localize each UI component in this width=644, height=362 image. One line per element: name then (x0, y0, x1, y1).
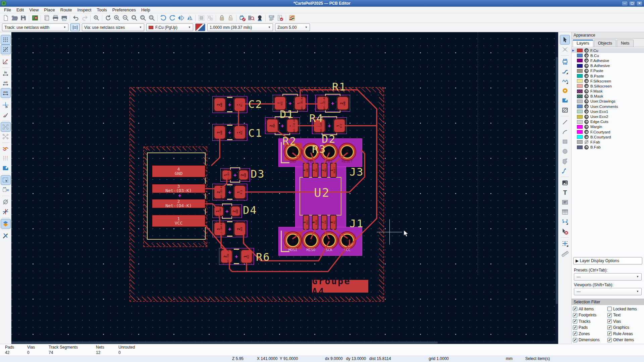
place-via-button[interactable] (560, 86, 570, 95)
eye-icon[interactable] (584, 58, 589, 63)
grid-origin-button[interactable] (560, 239, 570, 248)
vertical-scrollbar[interactable] (555, 32, 558, 341)
layer-color-swatch[interactable] (577, 84, 583, 88)
hide-vias-button[interactable] (1, 197, 10, 206)
new-board-button[interactable] (1, 14, 10, 22)
eye-icon[interactable] (584, 84, 589, 88)
zoom-selection-button[interactable] (139, 14, 147, 22)
crosshair-shape-button[interactable] (1, 101, 10, 110)
layer-color-swatch[interactable] (577, 100, 583, 103)
checkbox[interactable]: ✓ (607, 331, 612, 336)
layers-manager-toggle-button[interactable] (1, 219, 10, 228)
ref-label-r2[interactable]: R2 (282, 135, 297, 147)
layer-color-swatch[interactable] (577, 89, 583, 93)
checkbox[interactable]: ✓ (607, 319, 612, 323)
filter-zones[interactable]: ✓Zones (573, 331, 607, 336)
show-ratsnest-button[interactable] (1, 122, 10, 131)
layer-row-f.mask[interactable]: F.Mask (572, 89, 644, 94)
layer-color-swatch[interactable] (577, 135, 583, 139)
checkbox[interactable]: ✓ (573, 338, 577, 342)
units-mm-button[interactable]: mm (1, 88, 10, 98)
route-diff-pair-button[interactable] (560, 76, 570, 85)
eye-icon[interactable] (584, 48, 589, 53)
draw-circle-button[interactable] (560, 147, 570, 156)
layer-color-swatch[interactable] (577, 115, 583, 119)
menu-tools[interactable]: Tools (94, 7, 109, 13)
layer-row-user.eco1[interactable]: User.Eco1 (572, 109, 644, 114)
checkbox[interactable]: ✓ (573, 325, 577, 330)
eye-icon[interactable] (584, 120, 589, 124)
layer-row-f.courtyard[interactable]: F.Courtyard (572, 129, 644, 134)
layer-row-f.paste[interactable]: F.Paste (572, 68, 644, 73)
footprint-editor-button[interactable] (238, 14, 247, 22)
filter-rule-areas[interactable]: ✓Rule Areas (607, 331, 643, 336)
pad-r6-2[interactable]: 2Net-(D4-K) (220, 249, 232, 263)
eye-icon[interactable] (584, 74, 589, 78)
eye-icon[interactable] (584, 69, 589, 73)
zone-display-filled-button[interactable] (1, 164, 10, 173)
save-button[interactable] (19, 14, 28, 22)
rule-area-button[interactable] (560, 106, 570, 115)
u2-pad-3[interactable]: 3PB4 (312, 163, 318, 178)
eye-icon[interactable] (584, 89, 589, 94)
plot-button[interactable] (60, 14, 68, 22)
pad-c1-2[interactable]: 2GND (214, 125, 226, 139)
layer-color-swatch[interactable] (577, 64, 583, 68)
zoom-fit-button[interactable] (130, 14, 139, 22)
print-button[interactable] (51, 14, 60, 22)
checkbox[interactable]: ✓ (573, 319, 577, 323)
menu-place[interactable]: Place (41, 7, 58, 13)
find-button[interactable]: A (92, 14, 101, 22)
units-mils-button[interactable]: mil (1, 79, 10, 88)
menu-edit[interactable]: Edit (14, 7, 26, 13)
horizontal-scrollbar[interactable] (11, 341, 558, 344)
preferences-tools-button[interactable] (1, 231, 10, 240)
filter-dimensions[interactable]: ✓Dimensions (573, 338, 607, 342)
ref-label-r4[interactable]: R4 (309, 112, 324, 125)
u2-pad-7[interactable]: 7SCK (321, 215, 327, 230)
place-footprint-button[interactable] (560, 57, 570, 66)
highlight-nets-button[interactable] (1, 144, 10, 153)
curved-ratsnest-button[interactable] (1, 132, 10, 141)
pad-r5-2[interactable]: 2SCK (234, 222, 246, 236)
pad-r2-2[interactable]: 2Net-(D3-K) (214, 185, 226, 199)
layer-row-edge.cuts[interactable]: Edge.Cuts (572, 119, 644, 124)
board-setup-button[interactable] (31, 14, 39, 22)
draw-bezier-button[interactable] (560, 166, 570, 175)
grid-size-select[interactable]: 1.0000 mm (39.37 mils) ▼ (207, 23, 273, 31)
footprint-library-button[interactable] (247, 14, 255, 22)
layer-color-swatch[interactable] (577, 110, 583, 113)
battery-pad-3[interactable]: 3Net-(D3-K) (152, 184, 206, 193)
layer-color-swatch[interactable] (577, 130, 583, 134)
selection-box-button[interactable] (1, 176, 10, 185)
viewports-select[interactable]: --- ▼ (574, 288, 642, 295)
layer-color-swatch[interactable] (577, 49, 583, 52)
eye-icon[interactable] (584, 94, 589, 99)
table-button[interactable] (560, 207, 570, 217)
auto-track-width-button[interactable] (70, 23, 80, 31)
refresh-button[interactable] (104, 14, 112, 22)
ref-label-c2[interactable]: C2 (248, 98, 263, 111)
pad-j1-4[interactable]: 4 (340, 234, 354, 247)
via-size-select[interactable]: Via: use netclass sizes ▼ (82, 23, 144, 31)
pad-r1-1[interactable]: 1Net-(D1-K) (317, 96, 329, 110)
unlock-button[interactable] (226, 14, 235, 22)
footprint-r6[interactable]: 2Net-(D4-K)1VCC+ (219, 248, 254, 265)
pad-r2-1[interactable]: 1PB3 (234, 185, 246, 199)
layer-color-swatch[interactable] (577, 105, 583, 108)
layer-row-f.silkscreen[interactable]: F.Silkscreen (572, 78, 644, 83)
u2-pad-8[interactable]: 8VCC (330, 215, 336, 230)
pad-d4-2[interactable]: 2GND (230, 206, 240, 217)
eye-icon[interactable] (584, 115, 589, 119)
ref-label-r3[interactable]: R3 (312, 143, 326, 156)
units-inches-button[interactable]: in (1, 69, 10, 78)
checkbox[interactable]: ✓ (573, 331, 577, 336)
measure-button[interactable] (560, 249, 570, 258)
pad-j1-3[interactable]: 3 (322, 234, 336, 247)
scrollbar-thumb[interactable] (11, 342, 438, 344)
pcb-text-groupe-a4[interactable]: Groupe A4 (312, 280, 368, 293)
footprint-r1[interactable]: 1Net-(D1-K)2GND+ (315, 95, 350, 112)
grid-overrides-button[interactable] (1, 45, 10, 54)
undo-button[interactable] (71, 14, 80, 22)
footprint-c1[interactable]: 2GND1VCC+ (212, 124, 247, 141)
